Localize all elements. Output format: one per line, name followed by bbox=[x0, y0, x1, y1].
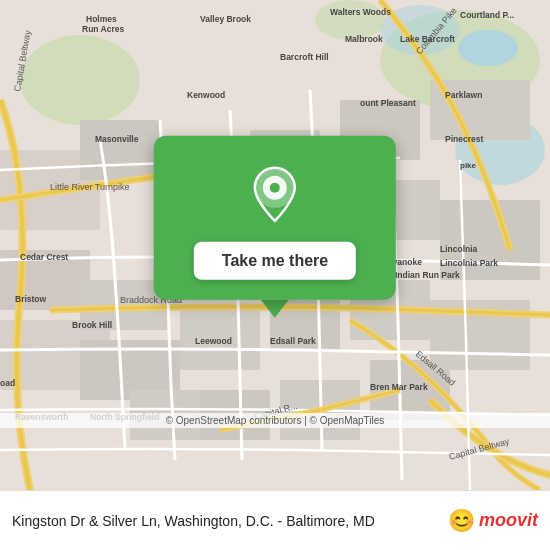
svg-text:Cedar Crest: Cedar Crest bbox=[20, 252, 68, 262]
info-bar: Kingston Dr & Silver Ln, Washington, D.C… bbox=[0, 490, 550, 550]
take-me-button[interactable]: Take me there bbox=[194, 242, 356, 280]
svg-text:Barcroft Hill: Barcroft Hill bbox=[280, 52, 329, 62]
svg-text:Kenwood: Kenwood bbox=[187, 90, 225, 100]
svg-text:Courtland P...: Courtland P... bbox=[460, 10, 514, 20]
moovit-text: moovit bbox=[479, 510, 538, 531]
svg-text:Malbrook: Malbrook bbox=[345, 34, 383, 44]
svg-text:Pinecrest: Pinecrest bbox=[445, 134, 483, 144]
svg-text:Bren Mar Park: Bren Mar Park bbox=[370, 382, 428, 392]
svg-text:Run Acres: Run Acres bbox=[82, 24, 124, 34]
svg-text:Parklawn: Parklawn bbox=[445, 90, 482, 100]
svg-text:Edsall Park: Edsall Park bbox=[270, 336, 316, 346]
svg-text:Valley Brook: Valley Brook bbox=[200, 14, 251, 24]
popup-arrow bbox=[261, 300, 289, 318]
map-container: Capital Beltway Little River Turnpike Co… bbox=[0, 0, 550, 490]
svg-text:Lincolnia Park: Lincolnia Park bbox=[440, 258, 498, 268]
svg-point-1 bbox=[20, 35, 140, 125]
svg-text:ount Pleasant: ount Pleasant bbox=[360, 98, 416, 108]
svg-text:Masonville: Masonville bbox=[95, 134, 139, 144]
svg-rect-17 bbox=[440, 200, 540, 280]
location-pin-icon bbox=[250, 166, 300, 230]
svg-text:pike: pike bbox=[460, 161, 477, 170]
svg-text:Bristow: Bristow bbox=[15, 294, 47, 304]
svg-text:Leewood: Leewood bbox=[195, 336, 232, 346]
svg-text:Lake Barcroft: Lake Barcroft bbox=[400, 34, 455, 44]
moovit-logo: 😊 moovit bbox=[448, 508, 538, 534]
svg-text:Walters Woods: Walters Woods bbox=[330, 7, 391, 17]
svg-rect-9 bbox=[80, 120, 160, 180]
svg-text:Holmes: Holmes bbox=[86, 14, 117, 24]
popup-overlay: Take me there bbox=[154, 136, 396, 318]
svg-point-28 bbox=[458, 30, 518, 66]
svg-text:Lincolnia: Lincolnia bbox=[440, 244, 478, 254]
svg-text:oad: oad bbox=[0, 378, 15, 388]
moovit-face-icon: 😊 bbox=[448, 508, 475, 534]
svg-text:Little River Turnpike: Little River Turnpike bbox=[50, 182, 130, 192]
popup-box: Take me there bbox=[154, 136, 396, 300]
svg-text:Brook Hill: Brook Hill bbox=[72, 320, 112, 330]
map-attribution: © OpenStreetMap contributors | © OpenMap… bbox=[0, 413, 550, 428]
location-name: Kingston Dr & Silver Ln, Washington, D.C… bbox=[12, 513, 438, 529]
svg-text:Indian Run Park: Indian Run Park bbox=[395, 270, 460, 280]
svg-point-68 bbox=[270, 183, 280, 193]
